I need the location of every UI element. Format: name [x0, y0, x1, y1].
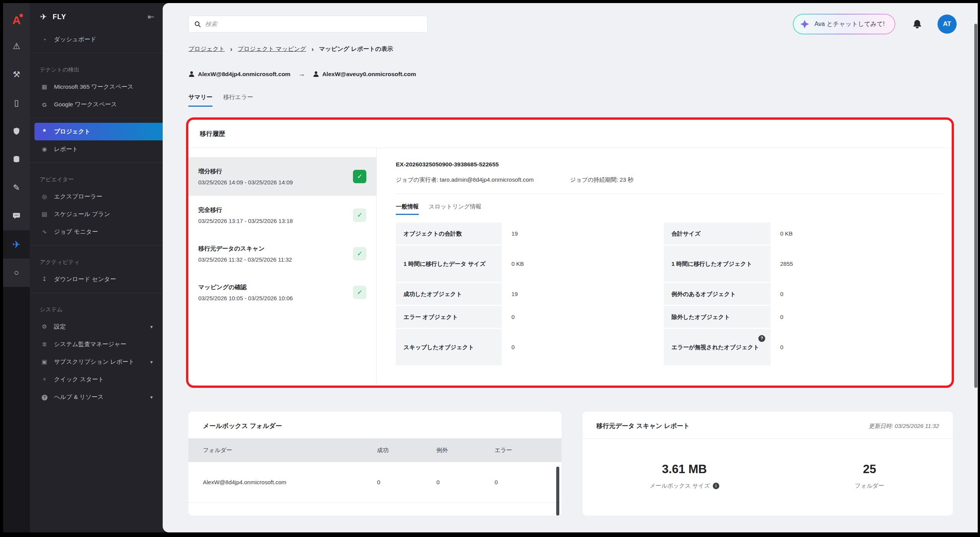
tab-throttling-info[interactable]: スロットリング情報: [429, 203, 481, 215]
run-item-source-scan[interactable]: 移行元データのスキャン 03/25/2026 11:32 - 03/25/202…: [188, 234, 376, 273]
ava-sparkle-icon: [800, 19, 810, 29]
mailbox-size-value: 3.61 MB: [583, 462, 786, 476]
stat-value: 19: [502, 283, 664, 305]
fly-logo-icon: ✈: [40, 12, 47, 21]
scan-report-title: 移行元データ スキャン レポート: [596, 422, 690, 430]
user-avatar[interactable]: AT: [938, 15, 957, 34]
migration-history-section: 移行履歴 増分移行 03/25/2026 14:09 - 03/25/2026 …: [188, 120, 952, 386]
fly-plane-icon[interactable]: ✈: [3, 230, 30, 259]
collapse-sidebar-icon[interactable]: ⇤: [147, 12, 154, 21]
table-scrollbar[interactable]: [556, 467, 559, 516]
breadcrumb-current: マッピング レポートの表示: [319, 45, 393, 53]
sidebar-item-explorer[interactable]: ◎ エクスプローラー: [30, 188, 163, 205]
vertical-scrollbar[interactable]: [974, 24, 977, 388]
avepoint-logo-icon[interactable]: A: [3, 8, 30, 32]
chat-icon[interactable]: [3, 202, 30, 230]
mailbox-size-label: メールボックス サイズ: [650, 482, 710, 490]
stat-value: 0: [771, 329, 943, 365]
stat-value: 0: [771, 283, 943, 305]
stat-label-with-info: エラーが無視されたオブジェクト ?: [664, 329, 771, 365]
success-check-icon: ✓: [353, 208, 366, 222]
source-scan-report-card: 移行元データ スキャン レポート 更新日時: 03/25/2026 11:32 …: [583, 412, 953, 516]
sidebar-item-settings[interactable]: ⚙ 設定 ▾: [30, 318, 163, 335]
sidebar-item-schedule-plan[interactable]: ▤ スケジュール プラン: [30, 205, 163, 223]
lightning-icon: ⚡: [40, 376, 49, 383]
project-icon: *: [40, 130, 49, 133]
breadcrumb-separator: ›: [312, 46, 314, 53]
tab-migration-errors[interactable]: 移行エラー: [223, 93, 253, 107]
shield-icon[interactable]: [3, 117, 30, 145]
sidebar-item-m365-workspace[interactable]: ▦ Microsoft 365 ワークスペース: [30, 78, 145, 96]
sidebar-nav: ◔ ダッシュボード テナントの検出 ▦ Microsoft 365 ワークスペー…: [30, 31, 163, 406]
sidebar-item-system-audit-manager[interactable]: ≣ システム監査マネージャー: [30, 335, 163, 353]
tools-icon[interactable]: ⚒: [3, 60, 30, 89]
sidebar-item-reports[interactable]: ◉ レポート: [30, 140, 163, 158]
grid-icon: ▦: [40, 83, 49, 90]
sidebar-item-subscription-report[interactable]: ▣ サブスクリプション レポート ▾: [30, 353, 163, 371]
run-item-full[interactable]: 完全移行 03/25/2026 13:17 - 03/25/2026 13:18…: [188, 196, 376, 234]
stat-label: 合計サイズ: [664, 223, 771, 244]
circle-icon[interactable]: ○: [3, 259, 30, 287]
chevron-down-icon: ▾: [150, 324, 157, 330]
search-input[interactable]: 検索: [188, 16, 428, 33]
sidebar-item-google-workspace[interactable]: G Google ワークスペース: [30, 96, 163, 113]
mailbox-folders-title: メールボックス フォルダー: [188, 412, 562, 438]
app-window: A ⚠ ⚒ ▯ ✎ ✈ ○ ✈ FLY ⇤ ◔: [3, 3, 978, 532]
alerts-icon[interactable]: ⚠: [3, 32, 30, 60]
divider: [30, 245, 163, 246]
col-folder: フォルダー: [203, 447, 377, 454]
mailbox-folders-card: メールボックス フォルダー フォルダー 成功 例外 エラー AlexW@8d4j…: [188, 412, 562, 516]
ava-chat-label: Ava とチャットしてみて!: [814, 20, 885, 28]
general-info-grid: オブジェクトの合計数 19 合計サイズ 0 KB 1 時間に移行したデータ サイ…: [396, 223, 943, 365]
calendar-icon: ▤: [40, 211, 49, 218]
table-row[interactable]: AlexW@8d4jp4.onmicrosoft.com 0 0 0: [188, 462, 562, 503]
tab-general-info[interactable]: 一般情報: [396, 203, 419, 215]
list-icon: ≣: [40, 341, 49, 348]
table-row[interactable]: ExternalContacts 0 0 0: [188, 503, 562, 516]
screenshot-frame: A ⚠ ⚒ ▯ ✎ ✈ ○ ✈ FLY ⇤ ◔: [0, 0, 980, 537]
section-system: システム: [30, 298, 163, 318]
success-check-icon: ✓: [353, 286, 366, 299]
folders-label: フォルダー: [855, 482, 884, 490]
sidebar-item-job-monitor[interactable]: ∿ ジョブ モニター: [30, 223, 163, 241]
ava-chat-button[interactable]: Ava とチャットしてみて!: [793, 14, 895, 34]
folders-value: 25: [786, 462, 953, 476]
sidebar-item-download-center[interactable]: ↧ ダウンロード センター: [30, 270, 163, 288]
gear-icon: ⚙: [40, 323, 49, 330]
job-executor: taro.admin@8d4jp4.onmicrosoft.com: [440, 176, 534, 183]
database-icon[interactable]: [3, 145, 30, 174]
success-check-icon: ✓: [353, 170, 366, 183]
detail-tabs: 一般情報 スロットリング情報: [396, 203, 943, 215]
google-icon: G: [40, 101, 49, 108]
stat-label: 1 時間に移行したオブジェクト: [664, 246, 771, 282]
info-icon[interactable]: ?: [758, 335, 765, 342]
chevron-down-icon: ▾: [150, 359, 157, 365]
run-item-mapping-confirm[interactable]: マッピングの確認 03/25/2026 10:05 - 03/25/2026 1…: [188, 273, 376, 312]
dashboard-icon: ◔: [40, 36, 49, 43]
sidebar-item-projects[interactable]: * プロジェクト: [34, 123, 163, 140]
col-error: エラー: [495, 447, 562, 454]
col-success: 成功: [377, 447, 436, 454]
user-icon: [188, 71, 195, 77]
stat-value: 0 KB: [771, 223, 943, 244]
pen-icon[interactable]: ✎: [3, 174, 30, 202]
breadcrumb-projects[interactable]: プロジェクト: [188, 45, 225, 53]
job-detail-panel: EX-20260325050900-3938685-522655 ジョブの実行者…: [377, 148, 952, 385]
sidebar-item-dashboard[interactable]: ◔ ダッシュボード: [30, 31, 163, 48]
sidebar-item-quick-start[interactable]: ⚡ クイック スタート: [30, 371, 163, 388]
question-icon: ?: [40, 394, 49, 400]
success-check-icon: ✓: [353, 247, 366, 260]
migration-history-card: 移行履歴 増分移行 03/25/2026 14:09 - 03/25/2026 …: [188, 120, 952, 386]
cabinet-icon[interactable]: ▯: [3, 89, 30, 117]
tab-summary[interactable]: サマリー: [188, 93, 212, 107]
notifications-bell-icon[interactable]: [912, 19, 922, 29]
scan-report-updated: 更新日時: 03/25/2026 11:32: [869, 423, 939, 430]
info-icon[interactable]: i: [713, 483, 719, 489]
migration-run-list: 増分移行 03/25/2026 14:09 - 03/25/2026 14:09…: [188, 148, 377, 385]
report-tabs: サマリー 移行エラー: [188, 93, 978, 107]
brand-title: FLY: [53, 13, 66, 21]
breadcrumb-project-mapping[interactable]: プロジェクト マッピング: [238, 45, 306, 53]
sidebar-item-help-resources[interactable]: ? ヘルプ & リソース ▾: [30, 388, 163, 406]
sidebar: ✈ FLY ⇤ ◔ ダッシュボード テナントの検出 ▦ Microsoft 36…: [30, 3, 163, 532]
run-item-incremental[interactable]: 増分移行 03/25/2026 14:09 - 03/25/2026 14:09…: [188, 157, 376, 196]
